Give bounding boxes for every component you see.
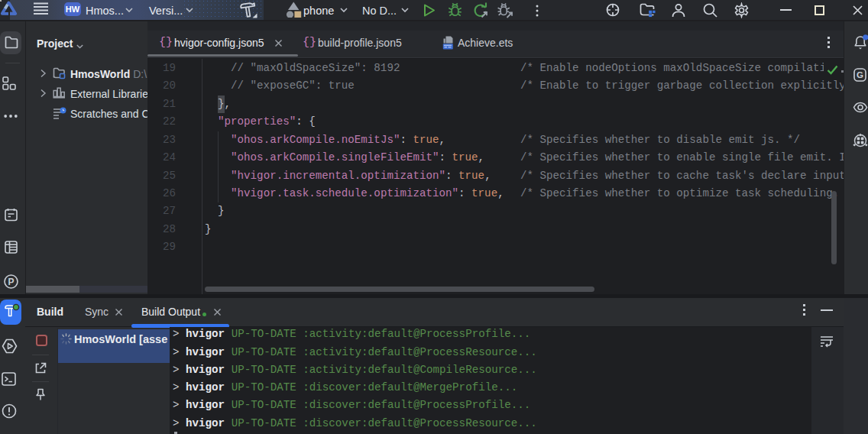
svg-text:G: G	[857, 70, 863, 79]
svg-text:P: P	[8, 277, 14, 287]
